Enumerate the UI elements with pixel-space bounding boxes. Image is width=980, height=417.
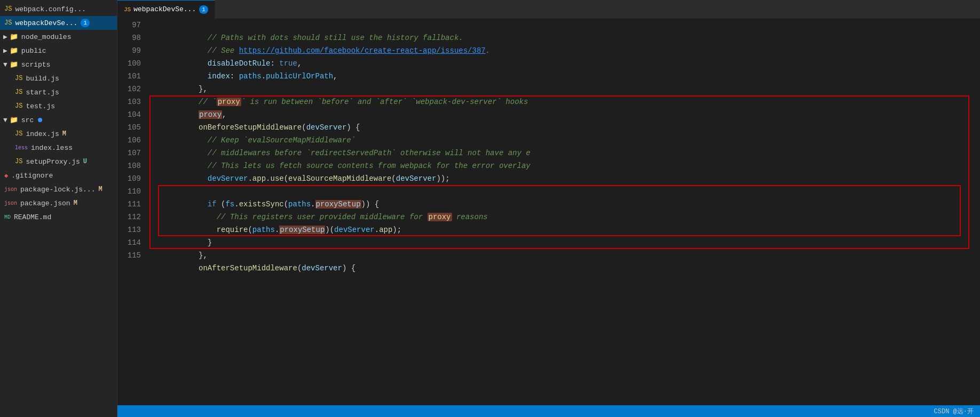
- sidebar-item-label-start: start.js: [26, 89, 59, 97]
- src-dot-indicator: [38, 118, 42, 122]
- status-bar: CSDN @远·开: [117, 405, 980, 417]
- sidebar-badge-m-lock: M: [98, 186, 102, 193]
- sidebar-item-node-modules[interactable]: ▶ 📁 node_modules: [0, 30, 117, 44]
- sidebar-item-label-proxy: setupProxy.js: [26, 158, 80, 166]
- sidebar-item-webpack-config[interactable]: JS webpack.config...: [0, 2, 117, 16]
- sidebar-item-setup-proxy[interactable]: JS setupProxy.js U: [0, 155, 117, 169]
- sidebar-item-webpackdevse[interactable]: JS webpackDevSe... 1: [0, 16, 117, 30]
- folder-icon-src: 📁: [10, 116, 18, 124]
- sidebar-item-readme[interactable]: MD README.md: [0, 210, 117, 224]
- md-file-icon: MD: [4, 214, 11, 220]
- chevron-down-icon-src: ▼: [3, 116, 7, 124]
- sidebar-item-label-readme: README.md: [14, 213, 51, 221]
- line-numbers: 97 98 99 100 101 102 103 104 105 106 107…: [117, 19, 149, 405]
- code-line-99: disableDotRule: true,: [154, 44, 980, 57]
- code-line-110: if (fs.existsSync(paths.proxySetup)) {: [154, 185, 980, 198]
- sidebar-item-label-scripts: scripts: [21, 61, 51, 69]
- chevron-right-icon: ▶: [3, 33, 7, 41]
- sidebar-badge-1: 1: [81, 19, 90, 27]
- js-file-icon-proxy: JS: [15, 158, 22, 165]
- folder-icon-scripts: 📁: [10, 60, 18, 69]
- code-line-112: require(paths.proxySetup)(devServer.app)…: [154, 211, 980, 223]
- sidebar-badge-m-index: M: [62, 130, 66, 138]
- sidebar-item-label-test: test.js: [26, 102, 55, 110]
- code-line-106: // middlewares before `redirectServedPat…: [154, 134, 980, 147]
- js-file-icon-start: JS: [15, 89, 22, 96]
- js-file-icon-test: JS: [15, 102, 22, 110]
- code-line-109: [154, 172, 980, 185]
- tab-badge-1: 1: [199, 5, 208, 14]
- sidebar-item-label-webpackdevse: webpackDevSe...: [15, 19, 77, 27]
- json-file-icon-pkg: json: [4, 201, 17, 206]
- sidebar-item-label-pkg-json: package.json: [20, 199, 70, 207]
- sidebar-item-index-less[interactable]: less index.less: [0, 141, 117, 155]
- tab-webpackdevse[interactable]: JS webpackDevSe... 1: [117, 0, 215, 19]
- js-file-icon-2: JS: [4, 19, 12, 27]
- sidebar-item-index-js[interactable]: JS index.js M: [0, 127, 117, 141]
- js-file-icon-index: JS: [15, 130, 22, 138]
- chevron-down-icon-scripts: ▼: [3, 61, 7, 69]
- sidebar-item-package-lock[interactable]: json package-lock.js... M: [0, 182, 117, 196]
- sidebar-item-scripts[interactable]: ▼ 📁 scripts: [0, 58, 117, 71]
- sidebar-badge-u-proxy: U: [83, 158, 87, 165]
- code-content[interactable]: // Paths with dots should still use the …: [149, 19, 980, 405]
- sidebar-item-label-src: src: [21, 116, 34, 124]
- tab-label: webpackDevSe...: [133, 5, 196, 13]
- sidebar-item-label-node: node_modules: [21, 33, 72, 41]
- code-line-102: // `proxy` is run between `before` and `…: [154, 83, 980, 95]
- js-file-icon: JS: [4, 5, 12, 13]
- code-line-97: // Paths with dots should still use the …: [154, 19, 980, 31]
- tab-bar: JS webpackDevSe... 1: [117, 0, 980, 19]
- tab-js-icon: JS: [124, 6, 131, 13]
- code-line-108: devServer.app.use(evalSourceMapMiddlewar…: [154, 159, 980, 172]
- sidebar-item-test-js[interactable]: JS test.js: [0, 99, 117, 113]
- sidebar-item-label: webpack.config...: [15, 5, 86, 13]
- code-line-115: onAfterSetupMiddleware(devServer) {: [154, 249, 980, 262]
- code-line-107: // This lets us fetch source contents fr…: [154, 147, 980, 159]
- less-file-icon: less: [15, 145, 28, 151]
- editor-area: JS webpackDevSe... 1 97 98 99 100 101 10…: [117, 0, 980, 417]
- chevron-right-icon-public: ▶: [3, 46, 7, 55]
- sidebar-item-public[interactable]: ▶ 📁 public: [0, 44, 117, 58]
- sidebar-item-label-public: public: [21, 47, 46, 55]
- json-file-icon-lock: json: [4, 187, 17, 193]
- code-line-103: proxy,: [154, 95, 980, 108]
- csdn-attribution: CSDN @远·开: [934, 407, 974, 416]
- sidebar-item-gitignore[interactable]: ◆ .gitignore: [0, 169, 117, 182]
- code-line-105: // Keep `evalSourceMapMiddleware`: [154, 121, 980, 134]
- folder-icon-public: 📁: [10, 46, 18, 55]
- sidebar-item-build-js[interactable]: JS build.js: [0, 71, 117, 85]
- sidebar-badge-m-pkg: M: [74, 199, 77, 207]
- code-line-104: onBeforeSetupMiddleware(devServer) {: [154, 108, 980, 121]
- sidebar-item-label-gitignore: .gitignore: [11, 172, 53, 180]
- sidebar-item-start-js[interactable]: JS start.js: [0, 85, 117, 99]
- code-line-100: index: paths.publicUrlOrPath,: [154, 57, 980, 70]
- code-line-111: // This registers user provided middlewa…: [154, 198, 980, 211]
- git-file-icon: ◆: [4, 172, 8, 180]
- code-line-98: // See https://github.com/facebook/creat…: [154, 31, 980, 44]
- sidebar-item-package-json[interactable]: json package.json M: [0, 196, 117, 210]
- sidebar-item-label-pkg-lock: package-lock.js...: [20, 186, 95, 194]
- code-line-114: },: [154, 236, 980, 249]
- sidebar-item-label-index-js: index.js: [26, 130, 59, 138]
- code-line-101: },: [154, 70, 980, 83]
- sidebar-item-label-build: build.js: [26, 75, 59, 83]
- folder-icon-node: 📁: [10, 33, 18, 41]
- sidebar-item-label-index-less: index.less: [31, 144, 73, 152]
- js-file-icon-build: JS: [15, 75, 22, 82]
- sidebar-item-src[interactable]: ▼ 📁 src: [0, 113, 117, 127]
- code-line-113: }: [154, 223, 980, 236]
- code-area: 97 98 99 100 101 102 103 104 105 106 107…: [117, 19, 980, 405]
- sidebar: JS webpack.config... JS webpackDevSe... …: [0, 0, 117, 417]
